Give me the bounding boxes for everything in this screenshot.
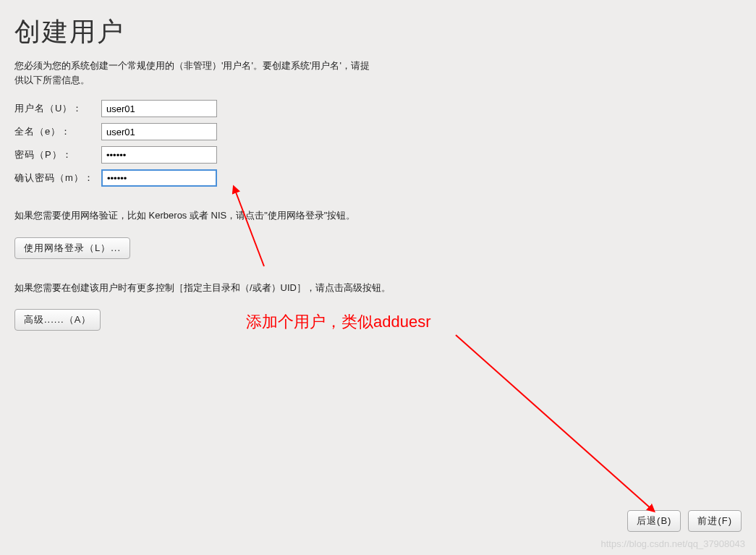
description-text: 您必须为您的系统创建一个常规使用的（非管理）'用户名'。要创建系统'用户名'，请… [14, 59, 376, 87]
page-title: 创建用户 [14, 14, 742, 50]
password-input[interactable] [101, 146, 217, 164]
username-row: 用户名（U）： [14, 100, 742, 117]
password-row: 密码（P）： [14, 146, 742, 164]
arrow-annotation-2 [449, 328, 666, 523]
confirm-password-input[interactable] [101, 169, 217, 187]
password-label: 密码（P）： [14, 148, 101, 161]
forward-button[interactable]: 前进(F) [688, 510, 742, 532]
footer-buttons: 后退(B) 前进(F) [627, 510, 742, 532]
username-label: 用户名（U）： [14, 102, 101, 115]
fullname-row: 全名（e）： [14, 123, 742, 140]
advanced-info-text: 如果您需要在创建该用户时有更多控制［指定主目录和（/或者）UID］，请点击高级按… [14, 281, 391, 295]
network-info-text: 如果您需要使用网络验证，比如 Kerberos 或者 NIS，请点击"使用网络登… [14, 208, 391, 223]
fullname-label: 全名（e）： [14, 125, 101, 138]
confirm-password-row: 确认密码（m）： [14, 169, 742, 187]
advanced-button[interactable]: 高级......（A） [14, 309, 101, 331]
back-button[interactable]: 后退(B) [627, 510, 681, 532]
username-input[interactable] [101, 100, 217, 117]
watermark-text: https://blog.csdn.net/qq_37908043 [601, 538, 746, 549]
confirm-password-label: 确认密码（m）： [14, 171, 101, 185]
fullname-input[interactable] [101, 123, 217, 140]
annotation-text: 添加个用户，类似adduesr [246, 311, 431, 333]
network-login-button[interactable]: 使用网络登录（L）... [14, 237, 130, 259]
svg-line-3 [456, 335, 651, 509]
